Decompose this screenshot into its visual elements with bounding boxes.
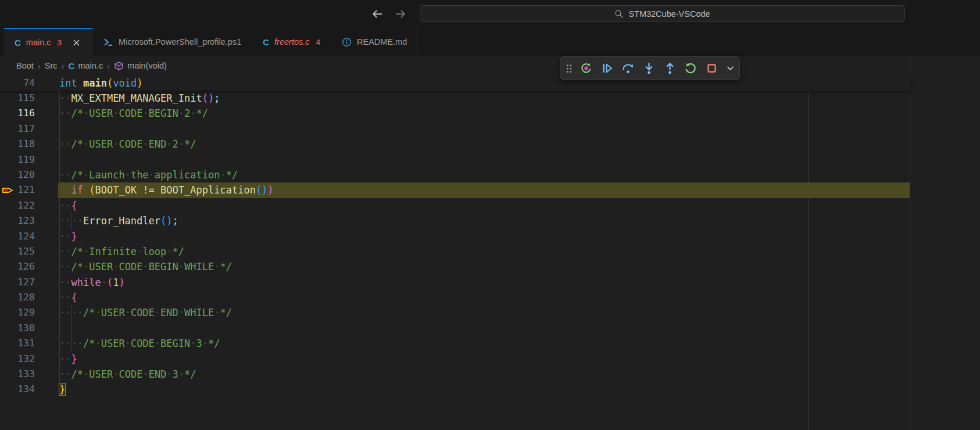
step-over-button[interactable] xyxy=(620,60,636,77)
navigate-forward-button[interactable] xyxy=(393,6,408,21)
code-token: CODE xyxy=(119,107,142,119)
code-token: ·· xyxy=(59,292,71,303)
indent-guide xyxy=(59,367,60,382)
code-line-content[interactable]: ··/*·USER·CODE·END·3·*/ xyxy=(58,367,910,382)
code-token: · xyxy=(125,307,131,318)
code-token xyxy=(77,77,83,89)
indent-guide xyxy=(59,244,60,259)
tab-main.c[interactable]: Cmain.c3 xyxy=(4,28,93,56)
tab-freertos.c[interactable]: Cfreertos.c4 xyxy=(252,28,331,55)
code-token: ·· xyxy=(59,277,71,288)
line-number[interactable]: 116 xyxy=(0,106,35,121)
code-token: main xyxy=(83,77,107,89)
stop-button[interactable] xyxy=(703,60,720,77)
reset-button[interactable] xyxy=(578,60,595,77)
code-line-content[interactable] xyxy=(58,321,910,336)
code-token: ·· xyxy=(59,368,71,380)
code-line-content[interactable]: ··/*·USER·CODE·BEGIN·WHILE·*/ xyxy=(58,259,910,274)
code-token: · xyxy=(178,107,184,119)
line-number[interactable]: 117 xyxy=(0,121,35,137)
problems-badge: 4 xyxy=(316,38,321,46)
code-line-content[interactable]: ··if·(BOOT_OK·!=·BOOT_Application()) xyxy=(58,182,910,198)
line-number[interactable]: 119 xyxy=(0,152,35,167)
restart-icon xyxy=(685,62,697,74)
line-number[interactable]: 128 xyxy=(0,290,35,305)
step-out-button[interactable] xyxy=(661,60,678,77)
line-number[interactable]: 115 xyxy=(0,91,35,106)
code-token: · xyxy=(95,307,101,318)
line-number[interactable]: 118 xyxy=(0,137,35,152)
breadcrumb-label: main.c xyxy=(78,61,103,70)
c-file-icon: C xyxy=(69,62,75,70)
indent-guide xyxy=(71,305,71,320)
code-line-content[interactable]: ··/*·Launch·the·application·*/ xyxy=(58,167,910,182)
code-line-131: 131····/*·USER·CODE·BEGIN·3·*/ xyxy=(0,336,910,351)
line-number[interactable]: 132 xyxy=(0,352,35,367)
code-line-content[interactable]: ····/*·USER·CODE·BEGIN·3·*/ xyxy=(58,336,910,351)
line-number[interactable]: 129 xyxy=(0,305,35,320)
code-line-content[interactable]: ··} xyxy=(58,229,910,244)
code-token: · xyxy=(142,261,148,273)
tab-label: freertos.c xyxy=(274,37,309,46)
line-number[interactable]: 121 xyxy=(0,182,35,198)
line-number[interactable]: 120 xyxy=(0,167,35,182)
line-number[interactable]: 124 xyxy=(0,229,35,244)
code-token: CODE xyxy=(119,368,142,380)
code-token: · xyxy=(166,368,172,380)
code-token: · xyxy=(113,368,119,380)
sticky-code-text[interactable]: int main(void) xyxy=(58,76,910,91)
step-out-icon xyxy=(664,62,676,74)
tab-Microsoft.PowerShell_profile.ps1[interactable]: Microsoft.PowerShell_profile.ps1 xyxy=(93,28,252,55)
command-center-search[interactable]: STM32Cube-VSCode xyxy=(420,5,905,22)
sticky-scroll-line[interactable]: 74 int main(void) xyxy=(0,76,910,91)
line-number[interactable]: 127 xyxy=(0,275,35,290)
code-line-content[interactable]: ····Error_Handler(); xyxy=(58,213,910,228)
line-number[interactable]: 122 xyxy=(0,198,35,213)
line-number[interactable]: 123 xyxy=(0,213,35,228)
code-line-content[interactable] xyxy=(58,152,910,167)
tab-README.md[interactable]: README.md xyxy=(331,28,418,55)
code-line-content[interactable]: ··while·(1) xyxy=(58,275,910,290)
code-line-content[interactable]: ··} xyxy=(58,352,910,367)
indent-guide xyxy=(59,321,60,336)
step-into-button[interactable] xyxy=(641,60,657,77)
code-line-content[interactable]: ··/*·USER·CODE·END·2·*/ xyxy=(58,137,910,152)
tab-bar: Cmain.c3Microsoft.PowerShell_profile.ps1… xyxy=(0,28,980,56)
drag-handle-button[interactable] xyxy=(564,60,574,77)
line-number[interactable]: 126 xyxy=(0,259,35,274)
code-token: CODE xyxy=(119,138,142,150)
code-line-content[interactable]: ····/*·USER·CODE·END·WHILE·*/ xyxy=(58,305,910,320)
breadcrumb-item-Boot[interactable]: Boot xyxy=(16,61,34,70)
restart-button[interactable] xyxy=(682,60,699,77)
breadcrumb-item-Src[interactable]: Src xyxy=(45,61,58,70)
code-line-content[interactable] xyxy=(58,121,910,137)
code-token: { xyxy=(71,292,77,303)
code-area[interactable]: 115··MX_EXTMEM_MANAGER_Init();116··/*·US… xyxy=(0,91,910,397)
breadcrumb-item-main.c[interactable]: Cmain.c xyxy=(69,61,103,70)
line-number[interactable]: 133 xyxy=(0,367,35,382)
code-token: ; xyxy=(173,215,178,227)
code-line-content[interactable]: ··{ xyxy=(58,290,910,305)
continue-button[interactable] xyxy=(599,60,616,77)
code-token: BEGIN xyxy=(149,261,178,273)
line-number[interactable]: 125 xyxy=(0,244,35,259)
tab-close-button[interactable] xyxy=(70,37,82,48)
line-number[interactable]: 134 xyxy=(0,382,35,397)
code-line-content[interactable]: ··MX_EXTMEM_MANAGER_Init(); xyxy=(58,91,910,106)
code-token: ·· xyxy=(59,261,71,273)
more-actions-button[interactable] xyxy=(724,60,736,77)
code-token: USER xyxy=(89,261,113,273)
code-token: END xyxy=(149,138,167,150)
navigate-back-button[interactable] xyxy=(370,6,385,21)
breadcrumb-item-main(void)[interactable]: main(void) xyxy=(114,61,167,71)
code-line-content[interactable]: ··/*·USER·CODE·BEGIN·2·*/ xyxy=(58,106,910,121)
code-token: · xyxy=(214,307,220,318)
code-line-content[interactable]: ··/*·Infinite·loop·*/ xyxy=(58,244,910,259)
code-line-content[interactable]: } xyxy=(58,382,910,397)
code-token: ·· xyxy=(59,184,71,196)
line-number[interactable]: 131 xyxy=(0,336,35,351)
minimap-border xyxy=(910,56,910,430)
code-line-content[interactable]: ··{ xyxy=(58,198,910,213)
line-number[interactable]: 130 xyxy=(0,321,35,336)
code-line-134: 134} xyxy=(0,382,910,397)
